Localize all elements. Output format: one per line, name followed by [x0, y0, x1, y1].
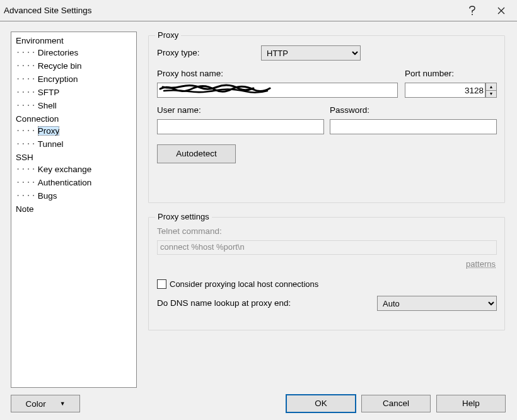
dns-lookup-select[interactable]: Auto: [377, 296, 497, 311]
tree-key-exchange[interactable]: ····Key exchange: [15, 163, 136, 177]
chevron-down-icon: ▼: [60, 400, 66, 407]
proxy-type-select[interactable]: HTTP: [261, 45, 361, 61]
group-proxy-settings: Proxy settings Telnet command: connect %…: [148, 217, 505, 330]
port-up-arrow[interactable]: ▲: [486, 83, 496, 91]
group-proxy: Proxy Proxy type: HTTP Proxy host name: …: [148, 35, 505, 203]
color-button[interactable]: Color ▼: [11, 395, 80, 412]
help-titlebar-button[interactable]: [458, 1, 487, 21]
tree-ssh[interactable]: SSH: [15, 151, 136, 163]
port-number-label: Port number:: [405, 69, 454, 78]
telnet-command-label: Telnet command:: [157, 226, 222, 236]
svg-point-0: [472, 14, 473, 15]
tree-note[interactable]: Note: [15, 203, 136, 215]
password-input[interactable]: [330, 119, 497, 134]
tree-bugs[interactable]: ····Bugs: [15, 190, 136, 203]
telnet-command-field: connect %host %port\n: [157, 240, 497, 255]
window-title: Advanced Site Settings: [4, 0, 458, 21]
tree-environment[interactable]: Environment: [15, 35, 136, 47]
username-input[interactable]: [157, 119, 324, 134]
group-settings-legend: Proxy settings: [155, 212, 212, 221]
port-number-input[interactable]: [405, 83, 485, 98]
group-proxy-legend: Proxy: [155, 30, 181, 40]
tree-proxy[interactable]: ····Proxy: [15, 125, 136, 138]
port-number-spinner[interactable]: ▲ ▼: [405, 83, 497, 98]
checkbox-box[interactable]: [157, 279, 166, 289]
autodetect-button[interactable]: Autodetect: [157, 144, 236, 163]
tree-connection[interactable]: Connection: [15, 113, 136, 125]
ok-button[interactable]: OK: [286, 395, 356, 412]
proxy-host-input[interactable]: [157, 83, 398, 98]
tree-encryption[interactable]: ····Encryption: [15, 73, 136, 86]
color-button-label: Color: [25, 399, 45, 409]
proxy-type-label: Proxy type:: [157, 48, 200, 57]
help-button[interactable]: Help: [436, 395, 506, 412]
nav-tree[interactable]: Environment ····Directories ····Recycle …: [11, 32, 137, 388]
proxy-local-label: Consider proxying local host connections: [170, 279, 318, 289]
proxy-host-label: Proxy host name:: [157, 69, 223, 78]
tree-recycle-bin[interactable]: ····Recycle bin: [15, 60, 136, 73]
tree-authentication[interactable]: ····Authentication: [15, 177, 136, 190]
close-button[interactable]: [487, 1, 516, 21]
dns-lookup-label: Do DNS name lookup at proxy end:: [157, 298, 291, 308]
tree-shell[interactable]: ····Shell: [15, 100, 136, 113]
titlebar: Advanced Site Settings: [0, 0, 517, 21]
password-label: Password:: [330, 105, 369, 115]
tree-directories[interactable]: ····Directories: [15, 47, 136, 60]
tree-sftp[interactable]: ····SFTP: [15, 86, 136, 100]
patterns-link[interactable]: patterns: [466, 259, 496, 269]
cancel-button[interactable]: Cancel: [361, 395, 431, 412]
proxy-local-checkbox[interactable]: Consider proxying local host connections: [157, 279, 318, 289]
username-label: User name:: [157, 105, 201, 115]
tree-tunnel[interactable]: ····Tunnel: [15, 138, 136, 151]
port-down-arrow[interactable]: ▼: [486, 91, 496, 98]
